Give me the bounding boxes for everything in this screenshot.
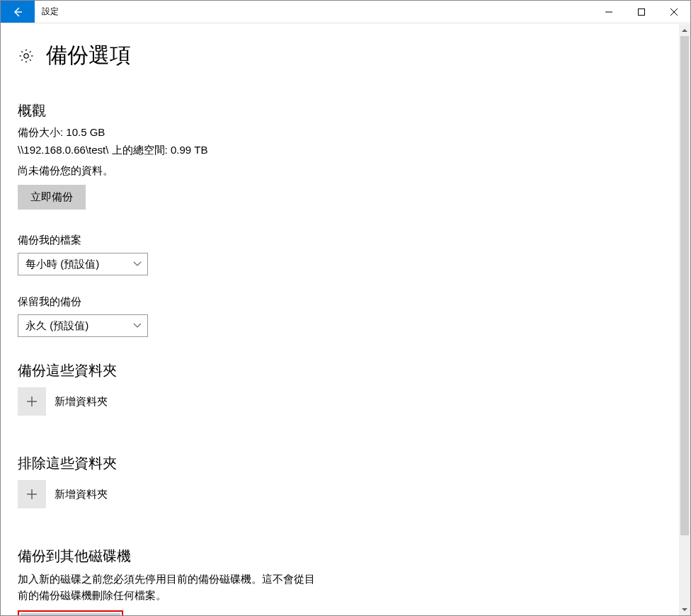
close-icon <box>670 8 678 16</box>
other-drive-desc: 加入新的磁碟之前您必須先停用目前的備份磁碟機。這不會從目前的備份磁碟機刪除任何檔… <box>18 571 315 603</box>
window-controls <box>593 1 690 23</box>
caret-up-icon <box>682 28 687 33</box>
frequency-section: 備份我的檔案 每小時 (預設值) <box>18 234 662 275</box>
svg-point-4 <box>24 53 28 57</box>
svg-line-9 <box>21 51 23 52</box>
retention-label: 保留我的備份 <box>18 295 662 309</box>
svg-rect-1 <box>639 8 645 15</box>
backup-now-button[interactable]: 立即備份 <box>18 185 86 210</box>
backup-size-line: 備份大小: 10.5 GB <box>18 126 662 139</box>
backup-folders-heading: 備份這些資料夾 <box>18 361 662 380</box>
frequency-value: 每小時 (預設值) <box>25 258 99 271</box>
gear-icon <box>18 47 35 64</box>
add-backup-folder-row[interactable]: 新增資料夾 <box>18 387 662 416</box>
retention-value: 永久 (預設值) <box>25 319 88 333</box>
backup-status: 尚未備份您的資料。 <box>18 164 662 178</box>
chevron-down-icon <box>133 320 142 332</box>
window-title: 設定 <box>35 1 66 23</box>
plus-icon <box>26 396 38 407</box>
add-button[interactable] <box>18 480 46 508</box>
retention-section: 保留我的備份 永久 (預設值) <box>18 295 662 337</box>
page-header: 備份選項 <box>18 41 662 70</box>
backup-space-line: \\192.168.0.66\test\ 上的總空間: 0.99 TB <box>18 144 662 157</box>
retention-select[interactable]: 永久 (預設值) <box>18 314 148 337</box>
plus-icon <box>26 489 38 500</box>
svg-line-11 <box>30 51 31 52</box>
scrollbar-track[interactable] <box>679 36 690 603</box>
maximize-icon <box>638 8 645 16</box>
frequency-label: 備份我的檔案 <box>18 234 662 247</box>
vertical-scrollbar[interactable] <box>679 24 690 615</box>
close-button[interactable] <box>658 1 690 23</box>
other-drive-section: 備份到其他磁碟機 加入新的磁碟之前您必須先停用目前的備份磁碟機。這不會從目前的備… <box>18 547 662 615</box>
backup-folders-section: 備份這些資料夾 新增資料夾 <box>18 361 662 416</box>
overview-heading: 概觀 <box>18 101 662 120</box>
other-drive-heading: 備份到其他磁碟機 <box>18 547 662 566</box>
title-bar: 設定 <box>1 1 690 23</box>
maximize-button[interactable] <box>625 1 658 23</box>
exclude-folders-section: 排除這些資料夾 新增資料夾 <box>18 454 662 508</box>
add-folder-label: 新增資料夾 <box>55 395 108 409</box>
scroll-up-button[interactable] <box>679 24 690 36</box>
minimize-button[interactable] <box>593 1 625 23</box>
svg-line-12 <box>21 59 23 61</box>
overview-section: 概觀 備份大小: 10.5 GB \\192.168.0.66\test\ 上的… <box>18 101 662 210</box>
arrow-left-icon <box>12 6 23 18</box>
scrollbar-thumb[interactable] <box>680 36 689 535</box>
svg-line-10 <box>30 59 31 61</box>
exclude-folders-heading: 排除這些資料夾 <box>18 454 662 473</box>
chevron-down-icon <box>133 258 142 270</box>
back-button[interactable] <box>1 1 35 23</box>
minimize-icon <box>605 8 612 16</box>
frequency-select[interactable]: 每小時 (預設值) <box>18 253 148 275</box>
highlight-annotation: 停止使用磁碟機 <box>18 610 123 615</box>
page-title: 備份選項 <box>46 41 131 70</box>
add-exclude-folder-row[interactable]: 新增資料夾 <box>18 480 662 508</box>
caret-down-icon <box>682 607 687 612</box>
scroll-down-button[interactable] <box>679 603 690 615</box>
add-button[interactable] <box>18 387 46 416</box>
add-folder-label: 新增資料夾 <box>55 488 108 501</box>
stop-using-drive-button[interactable]: 停止使用磁碟機 <box>21 613 120 615</box>
page-content: 備份選項 概觀 備份大小: 10.5 GB \\192.168.0.66\tes… <box>1 24 679 615</box>
